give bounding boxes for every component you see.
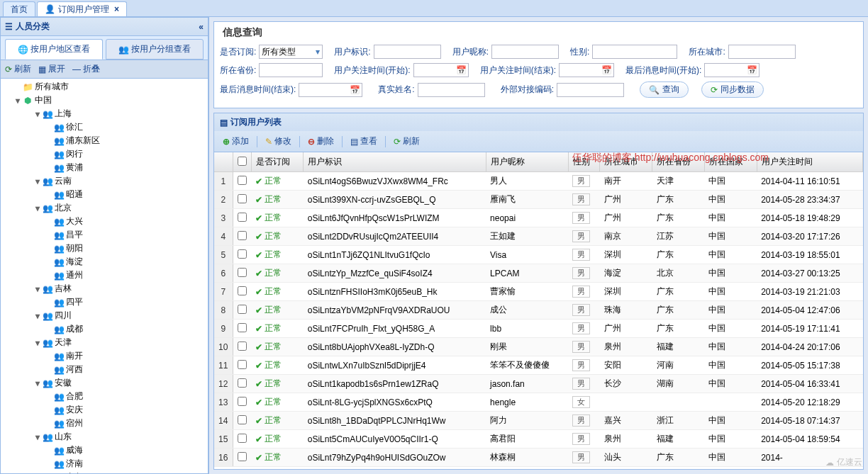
tree-node-country[interactable]: ▾⬢中国 <box>1 94 208 107</box>
tree-node-province[interactable]: ▾👥上海 <box>1 107 208 120</box>
row-checkbox[interactable] <box>233 393 251 412</box>
tree-node-city[interactable]: 👥徐汇 <box>1 120 208 134</box>
input-lastmsg-end[interactable]: 📅 <box>299 83 362 97</box>
tree-node-city[interactable]: 👥河西 <box>1 363 208 376</box>
table-row[interactable]: 5✔正常oSiLnt1nTJj6ZQ1NLItvuG1fQcIoVisa男深圳广… <box>214 246 863 264</box>
row-checkbox[interactable] <box>233 301 251 320</box>
row-checkbox[interactable] <box>233 191 251 209</box>
row-checkbox[interactable] <box>233 264 251 283</box>
input-gender[interactable] <box>592 45 677 59</box>
input-province[interactable] <box>259 63 323 77</box>
view-button[interactable]: ▤查看 <box>346 134 382 149</box>
tree-node-city[interactable]: 👥成都 <box>1 322 208 336</box>
users-icon: 👥 <box>53 297 65 307</box>
tree-node-city[interactable]: 👥昌平 <box>1 228 208 242</box>
view-by-region-tab[interactable]: 🌐按用户地区查看 <box>5 39 103 60</box>
table-row[interactable]: 7✔正常oSiLntznFHSIIoH3mK0j65euB_Hk曹家愉男深圳广东… <box>214 283 863 301</box>
edit-button[interactable]: ✎修改 <box>261 134 296 149</box>
table-row[interactable]: 3✔正常oSiLnt6JfQvnHfpQscW1sPrLWIZMneopai男广… <box>214 209 863 227</box>
row-checkbox[interactable] <box>233 209 251 227</box>
row-checkbox[interactable] <box>233 430 251 448</box>
tree-node-city[interactable]: 👥南开 <box>1 349 208 363</box>
tree-node-province[interactable]: ▾👥安徽 <box>1 376 208 390</box>
table-row[interactable]: 4✔正常oSiLnt2DDvRUsujIcQm2ATEEUII4王如建男南京江苏… <box>214 227 863 246</box>
input-realname[interactable] <box>418 83 485 97</box>
tree-node-city[interactable]: 👥黄浦 <box>1 161 208 174</box>
collapse-button[interactable]: —折叠 <box>72 63 100 75</box>
tree-node-city[interactable]: 👥青岛 <box>1 470 208 474</box>
input-nickname[interactable] <box>491 45 559 59</box>
table-row[interactable]: 11✔正常oSiLntwLXn7uIbSznI5dDiprjjE4笨笨不及傻傻傻… <box>214 356 863 375</box>
tree-node-city[interactable]: 👥济南 <box>1 457 208 470</box>
add-button[interactable]: ⊕添加 <box>218 134 253 149</box>
collapse-left-icon[interactable]: « <box>199 22 204 32</box>
tree-node-province[interactable]: ▾👥山东 <box>1 430 208 444</box>
expand-button[interactable]: ▦展开 <box>38 63 65 75</box>
tab-subscribers[interactable]: 👤 订阅用户管理 × <box>37 1 127 16</box>
grid-column-header[interactable]: 用户关注时间 <box>757 152 862 172</box>
row-checkbox[interactable] <box>233 172 251 191</box>
row-checkbox[interactable] <box>233 448 251 467</box>
refresh-button[interactable]: ⟳刷新 <box>5 63 31 75</box>
tree[interactable]: 📁所有城市▾⬢中国▾👥上海👥徐汇👥浦东新区👥闵行👥黄浦▾👥云南👥昭通▾👥北京👥大… <box>0 79 208 474</box>
close-icon[interactable]: × <box>114 4 119 14</box>
tree-node-city[interactable]: 👥四平 <box>1 295 208 309</box>
tree-node-city[interactable]: 👥威海 <box>1 444 208 457</box>
tree-node-province[interactable]: ▾👥北京 <box>1 201 208 215</box>
query-button[interactable]: 🔍查询 <box>640 81 689 98</box>
row-checkbox[interactable] <box>233 412 251 430</box>
grid-refresh-button[interactable]: ⟳刷新 <box>389 134 424 149</box>
input-follow-start[interactable]: 📅 <box>413 63 469 77</box>
tree-node-city[interactable]: 👥昭通 <box>1 188 208 201</box>
table-row[interactable]: 16✔正常oSiLnt79hZyPq4h9oHUISdGOuZOw林森桐男汕头广… <box>214 448 863 467</box>
row-checkbox[interactable] <box>233 283 251 301</box>
table-row[interactable]: 9✔正常oSiLnt7FCPruIh_Flxt_yQH58G_Albb男广州广东… <box>214 320 863 338</box>
table-row[interactable]: 2✔正常oSiLnt399XN-ccrj-uvZsGEBQL_Q雁南飞男广州广东… <box>214 191 863 209</box>
row-checkbox[interactable] <box>233 227 251 246</box>
grid-column-header[interactable]: 用户标识 <box>304 152 486 172</box>
tree-node-province[interactable]: ▾👥四川 <box>1 309 208 322</box>
row-checkbox[interactable] <box>233 338 251 356</box>
view-by-group-tab[interactable]: 👥按用户分组查看 <box>106 39 204 60</box>
row-checkbox[interactable] <box>233 375 251 393</box>
select-subscribed[interactable]: 所有类型▾ <box>259 45 323 59</box>
input-follow-end[interactable]: 📅 <box>559 63 614 77</box>
tree-node-city[interactable]: 👥安庆 <box>1 403 208 417</box>
cell-country: 中国 <box>704 430 757 448</box>
tree-node-province[interactable]: ▾👥云南 <box>1 174 208 188</box>
tree-node-province[interactable]: ▾👥吉林 <box>1 282 208 295</box>
tree-node-city[interactable]: 👥合肥 <box>1 390 208 403</box>
tree-node-city[interactable]: 👥通州 <box>1 269 208 282</box>
tree-node-city[interactable]: 👥朝阳 <box>1 242 208 255</box>
tree-node-province[interactable]: ▾👥天津 <box>1 336 208 349</box>
table-row[interactable]: 10✔正常oSiLnt8bUAjophVXea8L-IyZDh-Q刚果男泉州福建… <box>214 338 863 356</box>
input-lastmsg-start[interactable]: 📅 <box>704 63 760 77</box>
tree-node-city[interactable]: 👥闵行 <box>1 147 208 161</box>
cell-province: 广东 <box>652 320 705 338</box>
table-row[interactable]: 15✔正常oSiLnt5CmAUCuIyeV0O5qCIIr1-Q高君阳男泉州福… <box>214 430 863 448</box>
table-row[interactable]: 8✔正常oSiLntzaYbVM2pNFrqV9AXDRaUOU成公男珠海广东中… <box>214 301 863 320</box>
row-checkbox[interactable] <box>233 246 251 264</box>
grid-column-header[interactable]: 是否订阅 <box>251 152 304 172</box>
tree-node-city[interactable]: 👥浦东新区 <box>1 134 208 147</box>
tab-home[interactable]: 首页 <box>3 1 35 16</box>
tree-node-city[interactable]: 👥海淀 <box>1 255 208 269</box>
grid-column-header[interactable]: 用户昵称 <box>486 152 568 172</box>
table-row[interactable]: 6✔正常oSiLntzYp_MzzfCe_quSiF4soIZ4LPCAM男海淀… <box>214 264 863 283</box>
row-checkbox[interactable] <box>233 320 251 338</box>
col-checkbox[interactable] <box>233 152 251 172</box>
input-userid[interactable] <box>374 45 441 59</box>
input-city[interactable] <box>728 45 796 59</box>
table-row[interactable]: 14✔正常oSiLnt8h_1BDaDqtPPLCJNrHq1Ww阿力男嘉兴浙江… <box>214 412 863 430</box>
sync-button[interactable]: ⟳同步数据 <box>701 81 764 98</box>
table-row[interactable]: 13✔正常oSiLnt-8LG-ycjSplXNGSx6cxPtQhengle女… <box>214 393 863 412</box>
tree-node-city[interactable]: 👥大兴 <box>1 215 208 228</box>
cell-province: 广东 <box>652 283 705 301</box>
tree-node-root[interactable]: 📁所有城市 <box>1 80 208 94</box>
row-checkbox[interactable] <box>233 356 251 375</box>
table-row[interactable]: 12✔正常oSiLnt1kapodb1s6sPrn1ew1ZRaQjason.f… <box>214 375 863 393</box>
tree-node-city[interactable]: 👥宿州 <box>1 417 208 430</box>
table-row[interactable]: 1✔正常oSiLnt4ogS6BwuzVJXwx8WM4_FRc男人男南开天津中… <box>214 172 863 191</box>
input-extcode[interactable] <box>557 83 624 97</box>
delete-button[interactable]: ⊖删除 <box>304 134 338 149</box>
